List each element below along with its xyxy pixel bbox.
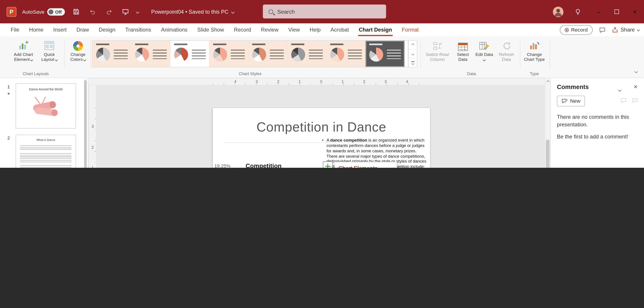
- record-dot-icon: [564, 28, 569, 32]
- present-button[interactable]: [120, 6, 131, 17]
- ruler-number: 2: [277, 79, 279, 84]
- new-comment-button[interactable]: New: [557, 96, 585, 106]
- slides-panel-scrollbar[interactable]: [84, 79, 87, 168]
- document-title[interactable]: Powerpoint04 • Saved to this PC: [151, 9, 234, 15]
- record-button[interactable]: Record: [560, 25, 592, 35]
- edit-data-button[interactable]: Edit Data: [475, 39, 494, 62]
- gallery-up-button[interactable]: [409, 41, 417, 50]
- ribbon-tab[interactable]: Slide Show: [192, 24, 229, 36]
- select-data-button[interactable]: Select Data: [452, 39, 473, 62]
- powerpoint-window: P AutoSave Off Powerpoint04 • Saved to t…: [0, 0, 644, 168]
- slide-title[interactable]: Competition in Dance: [213, 120, 430, 135]
- search-box[interactable]: Search: [263, 4, 386, 18]
- minimize-button[interactable]: –: [597, 9, 600, 15]
- user-avatar[interactable]: [553, 6, 564, 17]
- switch-row-column-label: Switch Row/ Column: [426, 52, 449, 62]
- chart-style-option[interactable]: [170, 41, 209, 67]
- collapse-ribbon-button[interactable]: [635, 68, 638, 74]
- editor-scrollbar[interactable]: [545, 78, 550, 168]
- ruler-number: 4: [234, 79, 236, 84]
- ribbon-tab[interactable]: View: [283, 24, 304, 36]
- pie-chart-object[interactable]: 19.25% Competition 15.00% 42.50% 23.25% …: [213, 159, 321, 168]
- redo-icon: [105, 8, 112, 15]
- change-chart-type-label: Change Chart Type: [524, 52, 545, 62]
- ribbon-tab[interactable]: Acrobat: [326, 24, 354, 36]
- maximize-button[interactable]: [614, 9, 619, 15]
- scrollbar-thumb[interactable]: [546, 140, 550, 168]
- add-chart-element-button[interactable]: Add Chart Element: [11, 39, 36, 62]
- ribbon-tab[interactable]: Help: [305, 24, 326, 36]
- share-button[interactable]: Share: [612, 26, 639, 33]
- chart-style-option[interactable]: [366, 41, 404, 67]
- scroll-up-button[interactable]: [545, 79, 551, 85]
- undo-button[interactable]: [87, 6, 98, 17]
- change-chart-type-button[interactable]: Change Chart Type: [522, 39, 546, 62]
- chart-elements-popup: Chart Elements ✓ Chart Title Data Labels…: [334, 162, 397, 168]
- ideas-button[interactable]: [572, 6, 583, 17]
- comments-close-button[interactable]: ×: [634, 83, 638, 90]
- record-label: Record: [571, 27, 588, 33]
- title-chevron-icon: [231, 10, 235, 14]
- ribbon-tab[interactable]: Record: [229, 24, 256, 36]
- share-label: Share: [620, 26, 635, 33]
- plus-icon: [325, 164, 330, 168]
- new-comment-label: New: [570, 98, 580, 104]
- chart-style-option[interactable]: [248, 41, 287, 67]
- ribbon-tab[interactable]: Transitions: [120, 24, 156, 36]
- save-button[interactable]: [71, 6, 82, 17]
- slide-canvas[interactable]: Competition in Dance 19.25% Competition …: [213, 108, 430, 168]
- gallery-expand-button[interactable]: [409, 58, 417, 67]
- ribbon-tab[interactable]: Design: [94, 24, 120, 36]
- data-label: 19.25%: [214, 164, 230, 168]
- thumb-text-block: [20, 165, 72, 168]
- vertical-ruler[interactable]: 3210123: [89, 86, 96, 168]
- chart-style-option[interactable]: [132, 41, 170, 67]
- search-icon: [268, 9, 273, 14]
- dropdown-chevron-icon: [31, 58, 33, 61]
- ribbon-tab[interactable]: File: [6, 24, 24, 36]
- refresh-data-icon: [502, 39, 512, 51]
- ballet-shoes-image: [28, 95, 64, 120]
- autosave-switch[interactable]: Off: [48, 8, 65, 16]
- quick-layout-icon: [44, 39, 55, 51]
- ribbon-tab[interactable]: Draw: [72, 24, 94, 36]
- chart-style-option[interactable]: [92, 41, 131, 67]
- quick-layout-button[interactable]: Quick Layout: [39, 39, 59, 62]
- chart-title[interactable]: Competition: [246, 162, 282, 168]
- thumb-title: What is Dance: [16, 138, 76, 141]
- next-comment-icon[interactable]: [632, 97, 638, 104]
- slide-thumbnail-2[interactable]: What is Dance: [16, 135, 76, 168]
- ribbon-tab[interactable]: Chart Design: [354, 24, 397, 36]
- ribbon-tab[interactable]: Animations: [156, 24, 192, 36]
- scrollbar-thumb[interactable]: [84, 80, 87, 168]
- chart-style-option[interactable]: [210, 41, 248, 67]
- powerpoint-logo[interactable]: P: [6, 7, 16, 16]
- ribbon-tab[interactable]: Review: [256, 24, 283, 36]
- ruler-number: 0: [320, 79, 322, 84]
- chart-style-option[interactable]: [288, 41, 326, 67]
- redo-button[interactable]: [104, 6, 114, 17]
- quick-access-chevron-icon[interactable]: [136, 10, 140, 14]
- chart-style-option[interactable]: [326, 41, 366, 67]
- horizontal-ruler[interactable]: 432101234: [88, 78, 545, 86]
- ruler-number: 3: [256, 79, 258, 84]
- change-colors-button[interactable]: Change Colors: [67, 39, 89, 62]
- chart-elements-button[interactable]: [323, 162, 333, 168]
- slide-thumbnail-1[interactable]: Dance Around the World: [16, 84, 76, 128]
- type-group-label: Type: [522, 71, 546, 76]
- ribbon-tab[interactable]: Home: [24, 24, 48, 36]
- previous-comment-icon[interactable]: [620, 97, 626, 104]
- autosave-toggle[interactable]: AutoSave Off: [22, 8, 65, 16]
- comments-cta-text: Be the first to add a comment!: [557, 133, 638, 141]
- ribbon-tab[interactable]: Format: [397, 24, 424, 36]
- edit-data-label: Edit Data: [476, 52, 493, 56]
- ribbon-tab[interactable]: Insert: [48, 24, 72, 36]
- avatar-image: [553, 6, 564, 17]
- gallery-down-button[interactable]: [409, 50, 417, 58]
- comments-toggle-button[interactable]: [599, 26, 606, 33]
- close-button[interactable]: ×: [633, 9, 636, 15]
- refresh-data-button: Refresh Data: [495, 39, 518, 62]
- search-placeholder: Search: [277, 8, 295, 15]
- comments-collapse-chevron-icon[interactable]: [618, 86, 621, 93]
- change-chart-type-icon: [529, 39, 540, 51]
